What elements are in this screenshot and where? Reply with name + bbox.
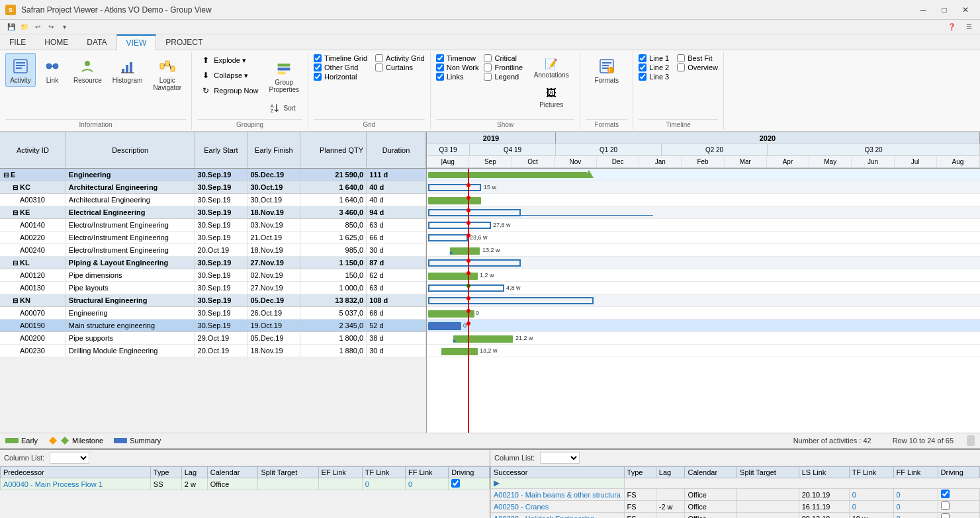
table-row[interactable]: A00310 Architectural Engineering 30.Sep.… (0, 194, 426, 206)
expand-btn[interactable]: ⊟ (11, 297, 20, 304)
th-ff-link[interactable]: FF Link (405, 467, 448, 478)
th-lag[interactable]: Lag (181, 467, 207, 478)
logic-navigator-button[interactable]: LogicNavigator (148, 53, 186, 94)
qat-redo[interactable]: ↪ (45, 21, 57, 33)
table-row[interactable]: A00220 Electro/Instrument Engineering 30… (0, 232, 426, 244)
pictures-button[interactable]: 🖼 Pictures (528, 83, 574, 111)
th-driving[interactable]: Driving (449, 467, 490, 478)
activity-button[interactable]: Activity (5, 53, 36, 87)
regroup-label: Regroup Now (214, 87, 258, 95)
table-row[interactable]: A00200 Pipe supports 29.Oct.19 05.Dec.19… (0, 332, 426, 345)
th-type[interactable]: Type (624, 467, 656, 478)
predecessor-column-select[interactable] (50, 452, 89, 464)
formats-label: Formats (594, 77, 619, 84)
tab-view[interactable]: VIEW (116, 34, 157, 50)
successor-table-container: Successor Type Lag Calendar Split Target… (490, 466, 980, 518)
table-row[interactable]: ⊟ KL Piping & Layout Engineering 30.Sep.… (0, 257, 426, 269)
table-row[interactable]: A00280 - Helideck Engineering FS Office … (491, 513, 980, 519)
cell-type: SS (150, 478, 181, 490)
timeline-checkboxes-right: Best Fit Overview (677, 53, 718, 73)
table-row[interactable]: A00070 Engineering 30.Sep.19 26.Oct.19 5… (0, 307, 426, 320)
non-work-checkbox[interactable]: Non Work (436, 64, 479, 71)
link-button[interactable]: Link (37, 53, 67, 87)
th-lag[interactable]: Lag (656, 467, 685, 478)
th-tf-link[interactable]: TF Link (362, 467, 405, 478)
table-row[interactable]: A00140 Electro/Instrument Engineering 30… (0, 219, 426, 232)
best-fit-checkbox[interactable]: Best Fit (677, 54, 718, 62)
table-row[interactable]: ⊟ KE Electrical Engineering 30.Sep.19 18… (0, 206, 426, 219)
successor-column-select[interactable] (540, 452, 580, 464)
legend-summary: Summary (114, 437, 161, 445)
qat-more[interactable]: ▾ (58, 21, 70, 33)
th-ef-link[interactable]: EF Link (318, 467, 362, 478)
th-tf-link[interactable]: TF Link (849, 467, 893, 478)
table-row[interactable]: A00210 - Main beams & other structura FS… (491, 489, 980, 501)
regroup-now-button[interactable]: ↻ Regroup Now (197, 83, 261, 98)
qat-menu[interactable]: ☰ (963, 21, 975, 33)
cell-activity-id: A00190 (0, 320, 66, 331)
table-row[interactable]: A00130 Pipe layouts 30.Sep.19 27.Nov.19 … (0, 282, 426, 294)
resource-button[interactable]: Resource (69, 53, 107, 87)
scrollbar-thumb[interactable] (967, 435, 975, 446)
table-row[interactable]: ▶ A00190 Main structure engineering 30.S… (0, 320, 426, 332)
tab-file[interactable]: FILE (0, 34, 35, 50)
line3-checkbox[interactable]: Line 3 (639, 73, 669, 81)
table-row[interactable]: A00250 - Cranes FS -2 w Office 16.11.19 … (491, 501, 980, 513)
timenow-checkbox[interactable]: Timenow (436, 54, 479, 62)
explode-button[interactable]: ⬆ Explode ▾ (197, 53, 261, 67)
table-row[interactable]: ⊟ KN Structural Engineering 30.Sep.19 05… (0, 294, 426, 307)
annotations-button[interactable]: 📝 Annotations (528, 53, 574, 81)
th-successor[interactable]: Successor (491, 467, 625, 478)
line2-checkbox[interactable]: Line 2 (639, 64, 669, 71)
th-split-target[interactable]: Split Target (737, 467, 799, 478)
qat-help[interactable]: ❓ (946, 21, 958, 33)
th-split-target[interactable]: Split Target (258, 467, 318, 478)
qat-undo[interactable]: ↩ (32, 21, 44, 33)
links-checkbox[interactable]: Links (436, 73, 479, 81)
table-row[interactable]: A00040 - Main Process Flow 1 SS 2 w Offi… (1, 478, 490, 490)
table-row[interactable]: A00120 Pipe dimensions 30.Sep.19 02.Nov.… (0, 269, 426, 282)
th-calendar[interactable]: Calendar (685, 467, 737, 478)
th-ls-link[interactable]: LS Link (799, 467, 849, 478)
maximize-button[interactable]: □ (935, 3, 954, 17)
histogram-button[interactable]: Histogram (108, 53, 148, 87)
formats-button[interactable]: f Formats (590, 53, 623, 87)
qat-open[interactable]: 📁 (19, 21, 30, 33)
expand-btn[interactable]: ⊟ (11, 259, 20, 267)
tab-data[interactable]: DATA (77, 34, 116, 50)
table-row[interactable]: A00240 Electro/Instrument Engineering 20… (0, 244, 426, 257)
qat-save[interactable]: 💾 (5, 21, 17, 33)
expand-btn[interactable]: ⊟ (11, 184, 20, 191)
critical-checkbox[interactable]: Critical (484, 54, 523, 62)
th-driving[interactable]: Driving (938, 467, 979, 478)
cell-successor: A00210 - Main beams & other structura (491, 489, 625, 501)
cell-early-finish: 30.Oct.19 (247, 181, 300, 193)
horizontal-checkbox[interactable]: Horizontal (314, 73, 367, 81)
close-button[interactable]: ✕ (956, 3, 975, 17)
th-calendar[interactable]: Calendar (207, 467, 258, 478)
cell-early-start: 20.Oct.19 (195, 345, 248, 357)
line1-checkbox[interactable]: Line 1 (639, 54, 669, 62)
activity-grid-checkbox[interactable]: Activity Grid (375, 54, 425, 62)
expand-btn[interactable]: ⊟ (11, 209, 20, 216)
th-ff-link[interactable]: FF Link (893, 467, 938, 478)
other-grid-checkbox[interactable]: Other Grid (314, 64, 367, 71)
th-predecessor[interactable]: Predecessor (1, 467, 151, 478)
collapse-button[interactable]: ⬇ Collapse ▾ (197, 68, 261, 83)
sort-button[interactable]: A Z Sort (265, 98, 302, 118)
expand-btn[interactable]: ⊟ (1, 171, 11, 179)
timeline-grid-checkbox[interactable]: Timeline Grid (314, 54, 367, 62)
table-row[interactable]: ▶ (491, 478, 980, 489)
tab-project[interactable]: PROJECT (156, 34, 212, 50)
th-type[interactable]: Type (150, 467, 181, 478)
overview-checkbox[interactable]: Overview (677, 64, 718, 71)
table-row[interactable]: ⊟ E Engineering 30.Sep.19 05.Dec.19 21 5… (0, 169, 426, 181)
legend-checkbox[interactable]: Legend (484, 73, 523, 81)
table-row[interactable]: ⊟ KC Architectural Engineering 30.Sep.19… (0, 181, 426, 194)
tab-home[interactable]: HOME (35, 34, 77, 50)
minimize-button[interactable]: ─ (914, 3, 932, 17)
frontline-checkbox[interactable]: Frontline (484, 64, 523, 71)
group-properties-button[interactable]: GroupProperties (265, 54, 302, 97)
curtains-checkbox[interactable]: Curtains (375, 64, 425, 71)
table-row[interactable]: A00230 Drilling Module Engineering 20.Oc… (0, 345, 426, 357)
